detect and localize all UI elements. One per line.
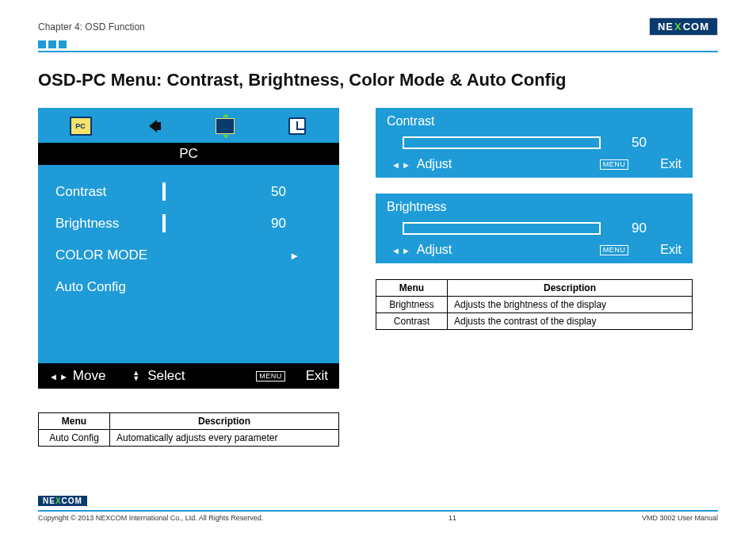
mini-brightness-title: Brightness [387, 200, 682, 214]
table-head-menu: Menu [376, 280, 448, 297]
osd-row-autoconfig[interactable]: Auto Config [55, 271, 323, 303]
mini-osd-contrast: Contrast 50 Adjust MENU Exit [376, 108, 693, 178]
menu-chip: MENU [600, 159, 629, 170]
header-divider [38, 51, 718, 52]
doc-title: VMD 3002 User Manual [642, 514, 718, 522]
brightness-label: Brightness [55, 216, 162, 232]
up-down-arrows-icon [132, 370, 139, 382]
brand-logo-small: NEXCOM [38, 496, 87, 506]
page-number: 11 [263, 514, 642, 522]
screen-tab-icon[interactable] [213, 116, 237, 136]
chevron-right-icon: ► [289, 250, 300, 262]
table-row: Auto Config Automatically adjusts every … [39, 430, 339, 447]
audio-tab-icon[interactable] [141, 116, 165, 136]
mini-contrast-value: 50 [615, 135, 647, 151]
table-head-menu: Menu [39, 413, 110, 430]
menu-chip: MENU [256, 371, 285, 382]
osd-active-tab: PC [38, 143, 339, 165]
table-head-desc: Description [110, 413, 339, 430]
osd-row-brightness[interactable]: Brightness 90 [55, 208, 323, 240]
left-right-arrows-icon [391, 157, 410, 171]
autoconfig-label: Auto Config [55, 279, 162, 295]
contrast-bar [162, 182, 166, 201]
page-title: OSD-PC Menu: Contrast, Brightness, Color… [38, 70, 718, 90]
contrast-value: 50 [250, 184, 289, 200]
chapter-label: Chapter 4: OSD Function [38, 21, 145, 33]
decorative-squares [38, 40, 718, 48]
osd-row-contrast[interactable]: Contrast 50 [55, 176, 323, 208]
mini-osd-brightness: Brightness 90 Adjust MENU Exit [376, 194, 693, 263]
osd-row-colormode[interactable]: COLOR MODE ► [55, 240, 323, 271]
brand-post: COM [683, 21, 709, 33]
cell-menu: Contrast [376, 313, 448, 330]
clock-tab-icon[interactable] [285, 116, 309, 136]
autoconfig-table: Menu Description Auto Config Automatical… [38, 412, 339, 447]
mini-brightness-bar [403, 222, 601, 235]
table-head-desc: Description [448, 280, 693, 297]
cell-desc: Adjusts the contrast of the display [448, 313, 693, 330]
cell-desc: Automatically adjusts every parameter [110, 430, 339, 447]
exit-label: Exit [660, 157, 682, 171]
table-row: Contrast Adjusts the contrast of the dis… [376, 313, 693, 330]
exit-label: Exit [660, 243, 682, 257]
adjust-label: Adjust [417, 243, 452, 257]
brightness-bar [162, 214, 166, 232]
mini-brightness-value: 90 [615, 220, 647, 236]
contrast-label: Contrast [55, 184, 162, 200]
left-right-arrows-icon [49, 368, 68, 384]
brand-logo: NEXCOM [649, 17, 718, 36]
osd-main-panel: PC PC Contrast 50 Brightness 90 [38, 108, 339, 389]
osd-footer: Move Select MENU Exit [38, 363, 339, 389]
brightness-value: 90 [250, 216, 289, 232]
left-right-arrows-icon [391, 243, 410, 257]
exit-label: Exit [306, 368, 328, 384]
mini-contrast-title: Contrast [387, 114, 682, 128]
pc-tab-icon[interactable]: PC [69, 116, 93, 136]
cell-desc: Adjusts the brightness of the display [448, 297, 693, 313]
cell-menu: Brightness [376, 297, 448, 313]
brand-x: X [674, 21, 683, 33]
mini-contrast-bar [403, 136, 601, 149]
page-footer: NEXCOM Copyright © 2013 NEXCOM Internati… [38, 493, 718, 522]
adjust-label: Adjust [417, 157, 452, 171]
select-label: Select [147, 368, 185, 384]
colormode-label: COLOR MODE [55, 247, 289, 263]
cell-menu: Auto Config [39, 430, 110, 447]
move-label: Move [73, 368, 106, 384]
brand-pre: NE [658, 21, 674, 33]
menu-chip: MENU [600, 245, 629, 255]
copyright: Copyright © 2013 NEXCOM International Co… [38, 514, 263, 522]
table-row: Brightness Adjusts the brightness of the… [376, 297, 693, 313]
brightness-contrast-table: Menu Description Brightness Adjusts the … [376, 279, 693, 330]
